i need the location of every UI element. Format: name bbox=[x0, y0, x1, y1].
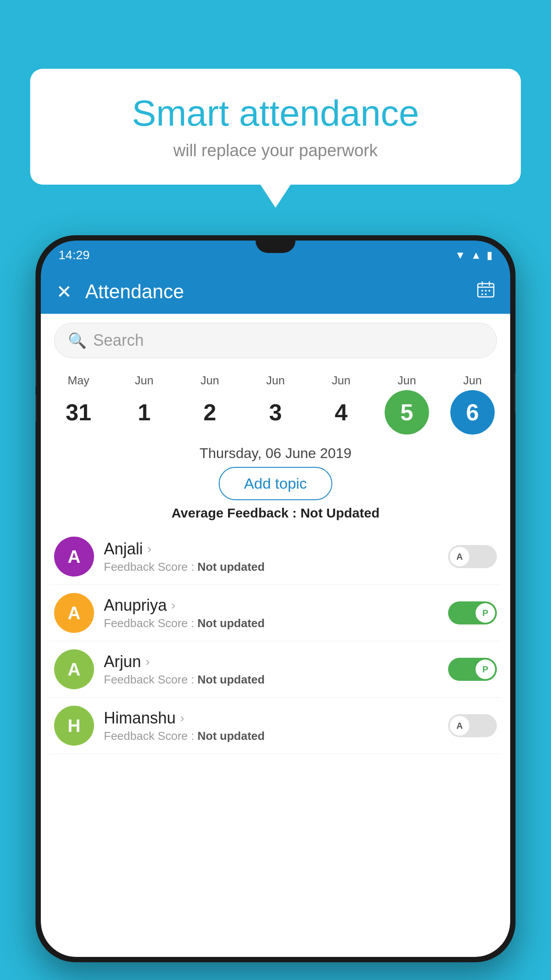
phone-inner: 14:29 ▼ ▲ ▮ ✕ Attendance bbox=[41, 241, 510, 957]
avg-feedback-value: Not Updated bbox=[300, 506, 379, 520]
screen-content: 🔍 Search May31Jun1Jun2Jun3Jun4Jun5Jun6 T… bbox=[41, 314, 510, 957]
student-info: Anupriya ›Feedback Score : Not updated bbox=[104, 596, 438, 630]
toggle-thumb: P bbox=[476, 603, 495, 623]
student-info: Himanshu ›Feedback Score : Not updated bbox=[104, 709, 438, 743]
day-number[interactable]: 2 bbox=[188, 390, 232, 435]
notch bbox=[256, 241, 295, 253]
svg-point-7 bbox=[481, 293, 483, 295]
svg-point-5 bbox=[485, 290, 487, 292]
toggle-thumb: A bbox=[450, 547, 469, 566]
svg-point-6 bbox=[488, 290, 490, 292]
battery-icon: ▮ bbox=[487, 249, 492, 261]
feedback-score: Feedback Score : Not updated bbox=[104, 560, 438, 574]
month-label: Jun bbox=[398, 374, 416, 387]
toggle-on: P bbox=[448, 601, 497, 624]
month-label: Jun bbox=[463, 374, 482, 387]
student-name: Anjali › bbox=[104, 540, 438, 558]
feedback-score: Feedback Score : Not updated bbox=[104, 729, 438, 743]
calendar-icon[interactable] bbox=[477, 281, 495, 303]
avg-feedback-label: Average Feedback : bbox=[171, 506, 296, 520]
day-number[interactable]: 4 bbox=[319, 390, 363, 435]
attendance-toggle[interactable]: P bbox=[448, 601, 497, 624]
chevron-icon: › bbox=[147, 542, 151, 556]
student-item[interactable]: AAnjali ›Feedback Score : Not updatedA bbox=[50, 529, 501, 585]
signal-icon: ▲ bbox=[471, 249, 481, 261]
month-label: Jun bbox=[135, 374, 153, 387]
volume-down-button bbox=[35, 395, 36, 422]
month-label: May bbox=[67, 374, 89, 387]
toggle-thumb: A bbox=[450, 716, 469, 735]
toggle-off: A bbox=[448, 714, 497, 737]
student-info: Arjun ›Feedback Score : Not updated bbox=[104, 652, 438, 687]
toggle-off: A bbox=[448, 545, 497, 568]
phone-screen: 14:29 ▼ ▲ ▮ ✕ Attendance bbox=[41, 241, 510, 957]
month-label: Jun bbox=[332, 374, 350, 387]
day-number[interactable]: 3 bbox=[253, 390, 298, 435]
app-bar-title: Attendance bbox=[85, 281, 464, 303]
add-topic-container: Add topic bbox=[41, 467, 510, 500]
chevron-icon: › bbox=[171, 598, 175, 612]
search-bar[interactable]: 🔍 Search bbox=[54, 323, 497, 358]
avatar: A bbox=[54, 649, 94, 689]
date-col[interactable]: Jun2 bbox=[181, 374, 239, 435]
avatar: H bbox=[54, 706, 94, 746]
avg-feedback: Average Feedback : Not Updated bbox=[41, 506, 510, 521]
search-icon: 🔍 bbox=[68, 332, 87, 349]
student-name: Anupriya › bbox=[104, 596, 438, 615]
chevron-icon: › bbox=[146, 655, 150, 669]
svg-point-4 bbox=[481, 290, 483, 292]
date-col[interactable]: Jun5 bbox=[378, 374, 436, 435]
attendance-toggle[interactable]: A bbox=[448, 545, 497, 568]
wifi-icon: ▼ bbox=[455, 249, 465, 261]
date-strip: May31Jun1Jun2Jun3Jun4Jun5Jun6 bbox=[41, 367, 510, 439]
speech-bubble: Smart attendance will replace your paper… bbox=[30, 69, 521, 185]
student-item[interactable]: HHimanshu ›Feedback Score : Not updatedA bbox=[50, 698, 501, 754]
date-col[interactable]: Jun4 bbox=[312, 374, 370, 435]
svg-point-8 bbox=[485, 293, 487, 295]
student-item[interactable]: AAnupriya ›Feedback Score : Not updatedP bbox=[50, 585, 501, 641]
day-number[interactable]: 6 bbox=[450, 390, 495, 435]
date-col[interactable]: Jun6 bbox=[444, 374, 501, 435]
volume-up-button bbox=[35, 360, 36, 386]
student-item[interactable]: AArjun ›Feedback Score : Not updatedP bbox=[50, 641, 501, 698]
selected-date: Thursday, 06 June 2019 bbox=[41, 445, 510, 462]
app-bar: ✕ Attendance bbox=[41, 269, 510, 314]
avatar: A bbox=[54, 537, 94, 577]
toggle-thumb: P bbox=[476, 660, 495, 679]
feedback-score: Feedback Score : Not updated bbox=[104, 673, 438, 687]
month-label: Jun bbox=[201, 374, 219, 387]
attendance-toggle[interactable]: P bbox=[448, 658, 497, 681]
day-number[interactable]: 5 bbox=[385, 390, 429, 435]
student-name: Himanshu › bbox=[104, 709, 438, 727]
power-button bbox=[515, 373, 516, 413]
phone-frame: 14:29 ▼ ▲ ▮ ✕ Attendance bbox=[35, 235, 516, 962]
day-number[interactable]: 31 bbox=[56, 390, 101, 435]
status-icons: ▼ ▲ ▮ bbox=[455, 249, 492, 261]
status-time: 14:29 bbox=[59, 248, 90, 262]
feedback-score: Feedback Score : Not updated bbox=[104, 616, 438, 630]
student-name: Arjun › bbox=[104, 652, 438, 671]
bubble-subtitle: will replace your paperwork bbox=[57, 141, 494, 160]
date-col[interactable]: Jun1 bbox=[115, 374, 173, 435]
student-info: Anjali ›Feedback Score : Not updated bbox=[104, 540, 438, 574]
attendance-toggle[interactable]: A bbox=[448, 714, 497, 737]
avatar: A bbox=[54, 593, 94, 633]
search-placeholder: Search bbox=[93, 331, 144, 350]
add-topic-button[interactable]: Add topic bbox=[219, 467, 332, 500]
day-number[interactable]: 1 bbox=[122, 390, 166, 435]
close-button[interactable]: ✕ bbox=[56, 281, 72, 303]
toggle-on: P bbox=[448, 658, 497, 681]
bubble-title: Smart attendance bbox=[57, 93, 494, 133]
chevron-icon: › bbox=[180, 711, 184, 725]
month-label: Jun bbox=[266, 374, 285, 387]
student-list: AAnjali ›Feedback Score : Not updatedAAA… bbox=[41, 529, 510, 754]
date-col[interactable]: Jun3 bbox=[247, 374, 304, 435]
date-col[interactable]: May31 bbox=[50, 374, 107, 435]
